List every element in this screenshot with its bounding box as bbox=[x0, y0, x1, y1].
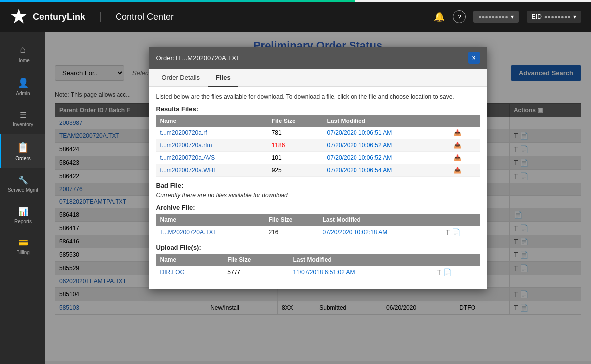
results-file-row: t...m20200720a.AVS 101 07/20/2020 10:06:… bbox=[156, 152, 480, 164]
file-modified: 11/07/2018 6:51:02 AM bbox=[289, 266, 433, 279]
file-size: 781 bbox=[268, 127, 323, 139]
file-modified: 07/20/2020 10:06:52 AM bbox=[323, 139, 450, 152]
logo: CenturyLink bbox=[10, 8, 85, 26]
modal-tabs: Order Details Files bbox=[149, 69, 487, 87]
download-icon[interactable]: 📥 bbox=[454, 142, 461, 149]
file-modal: Order:TL...M20200720A.TXT × Order Detail… bbox=[149, 47, 487, 289]
archive-file-title: Archive File: bbox=[156, 204, 480, 211]
results-files-table: Name File Size Last Modified t...m202007… bbox=[156, 115, 480, 177]
results-file-row: t...m20200720a.rf 781 07/20/2020 10:06:5… bbox=[156, 127, 480, 139]
download-icon[interactable]: 📥 bbox=[454, 154, 461, 161]
file-size: 925 bbox=[268, 164, 323, 177]
sidebar-label-admin: Admin bbox=[16, 91, 30, 96]
user-menu-button[interactable]: ●●●●●●●●● ▾ bbox=[473, 11, 519, 23]
col-name: Name bbox=[156, 254, 224, 266]
sidebar-item-admin[interactable]: 👤 Admin bbox=[0, 70, 45, 103]
file-size: 1186 bbox=[268, 139, 323, 152]
file-size: 216 bbox=[265, 226, 319, 239]
help-button[interactable]: ? bbox=[453, 10, 466, 23]
upload-files-table: Name File Size Last Modified DIR.LOG 577… bbox=[156, 254, 480, 279]
eid-button[interactable]: EID ●●●●●●●● ▾ bbox=[527, 11, 581, 23]
tab-order-details[interactable]: Order Details bbox=[154, 69, 208, 87]
file-modified: 07/20/2020 10:06:54 AM bbox=[323, 164, 450, 177]
sidebar-label-service: Service Mgmt bbox=[8, 187, 38, 193]
file-name-link[interactable]: t...m20200720a.rf bbox=[156, 127, 268, 139]
col-modified: Last Modified bbox=[323, 115, 450, 127]
file-size: 5777 bbox=[223, 266, 289, 279]
bad-file-title: Bad File: bbox=[156, 182, 480, 189]
file-size: 101 bbox=[268, 152, 323, 164]
tab-files[interactable]: Files bbox=[208, 69, 238, 87]
col-size: File Size bbox=[223, 254, 289, 266]
svg-marker-0 bbox=[11, 9, 27, 24]
col-modified: Last Modified bbox=[318, 214, 441, 226]
inventory-icon: ☰ bbox=[20, 110, 27, 120]
doc-icon[interactable]: 📄 bbox=[452, 228, 460, 236]
archive-file-row: T...M20200720A.TXT 216 07/20/2020 10:02:… bbox=[156, 226, 480, 239]
sidebar: ⌂ Home 👤 Admin ☰ Inventory 📋 Orders 🔧 Se… bbox=[0, 32, 45, 364]
modal-note: Listed below are the files available for… bbox=[156, 93, 480, 100]
admin-icon: 👤 bbox=[18, 77, 29, 88]
notification-button[interactable]: 🔔 bbox=[434, 11, 445, 22]
logo-icon bbox=[10, 8, 28, 26]
file-name-link[interactable]: t...m20200720a.rfm bbox=[156, 139, 268, 152]
service-icon: 🔧 bbox=[18, 175, 28, 185]
main-content: Preliminary Order Status Search For.. Se… bbox=[45, 32, 591, 364]
user-email: ●●●●●●●●● bbox=[478, 14, 508, 20]
text-icon[interactable]: T bbox=[437, 268, 441, 276]
sidebar-label-home: Home bbox=[16, 58, 30, 63]
upload-file-row: DIR.LOG 5777 11/07/2018 6:51:02 AM T📄 bbox=[156, 266, 480, 279]
col-size: File Size bbox=[268, 115, 323, 127]
col-size: File Size bbox=[265, 214, 319, 226]
topbar: CenturyLink Control Center 🔔 ? ●●●●●●●●●… bbox=[0, 2, 591, 32]
col-modified: Last Modified bbox=[289, 254, 433, 266]
reports-icon: 📊 bbox=[18, 207, 28, 216]
modal-header: Order:TL...M20200720A.TXT × bbox=[149, 47, 487, 69]
file-modified: 07/20/2020 10:06:52 AM bbox=[323, 152, 450, 164]
file-name-link[interactable]: DIR.LOG bbox=[156, 266, 224, 279]
logo-text: CenturyLink bbox=[33, 12, 85, 22]
sidebar-item-reports[interactable]: 📊 Reports bbox=[0, 200, 45, 231]
download-icon[interactable]: 📥 bbox=[454, 129, 461, 136]
col-name: Name bbox=[156, 214, 265, 226]
sidebar-label-billing: Billing bbox=[16, 250, 30, 255]
doc-icon[interactable]: 📄 bbox=[443, 268, 452, 276]
file-modified: 07/20/2020 10:02:18 AM bbox=[318, 226, 441, 239]
archive-files-table: Name File Size Last Modified T...M202007… bbox=[156, 214, 480, 239]
sidebar-item-orders[interactable]: 📋 Orders bbox=[0, 134, 45, 168]
file-modified: 07/20/2020 10:06:51 AM bbox=[323, 127, 450, 139]
billing-icon: 💳 bbox=[18, 238, 28, 247]
modal-title: Order:TL...M20200720A.TXT bbox=[156, 54, 240, 62]
modal-close-button[interactable]: × bbox=[468, 52, 480, 64]
file-name-link[interactable]: t...m20200720a.WHL bbox=[156, 164, 268, 177]
home-icon: ⌂ bbox=[20, 44, 26, 55]
download-icon[interactable]: 📥 bbox=[454, 167, 461, 174]
orders-icon: 📋 bbox=[17, 141, 29, 153]
file-name-link[interactable]: T...M20200720A.TXT bbox=[156, 226, 265, 239]
modal-body: Listed below are the files available for… bbox=[149, 87, 487, 289]
file-name-link[interactable]: t...m20200720a.AVS bbox=[156, 152, 268, 164]
text-icon[interactable]: T bbox=[446, 228, 450, 236]
modal-overlay: Order:TL...M20200720A.TXT × Order Detail… bbox=[45, 32, 591, 364]
app-title: Control Center bbox=[100, 12, 174, 22]
sidebar-item-service-mgmt[interactable]: 🔧 Service Mgmt bbox=[0, 168, 45, 200]
sidebar-item-inventory[interactable]: ☰ Inventory bbox=[0, 103, 45, 134]
results-file-row: t...m20200720a.rfm 1186 07/20/2020 10:06… bbox=[156, 139, 480, 152]
sidebar-item-home[interactable]: ⌂ Home bbox=[0, 37, 45, 70]
sidebar-label-orders: Orders bbox=[15, 156, 31, 161]
bad-file-note: Currently there are no files available f… bbox=[156, 192, 480, 199]
col-name: Name bbox=[156, 115, 268, 127]
results-file-row: t...m20200720a.WHL 925 07/20/2020 10:06:… bbox=[156, 164, 480, 177]
topbar-right: 🔔 ? ●●●●●●●●● ▾ EID ●●●●●●●● ▾ bbox=[434, 10, 581, 23]
sidebar-label-reports: Reports bbox=[14, 219, 32, 224]
results-files-title: Results Files: bbox=[156, 105, 480, 113]
sidebar-item-billing[interactable]: 💳 Billing bbox=[0, 231, 45, 262]
eid-label: EID bbox=[532, 13, 542, 20]
sidebar-label-inventory: Inventory bbox=[13, 122, 33, 127]
upload-files-title: Upload File(s): bbox=[156, 244, 480, 251]
